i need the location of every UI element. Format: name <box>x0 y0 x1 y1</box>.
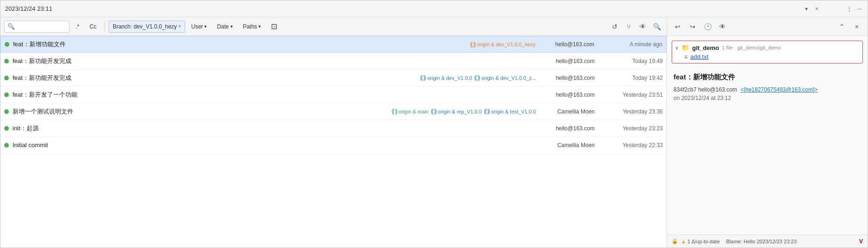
tree-toggle[interactable]: ∨ <box>675 45 679 51</box>
user-filter-label: User <box>191 23 203 30</box>
right-toolbar-left: ↩ ↪ 🕐 👁 <box>672 21 729 33</box>
ref-tag: ⟪⟫ origin & dev_V1.0.0_hezy <box>470 41 535 48</box>
folder-name: git_demo <box>692 44 719 51</box>
ref-tag: ⟪⟫ origin & rep_V1.0.0 <box>431 108 482 115</box>
status-badge: ▲ 1 Δ/up-to-date <box>681 239 720 244</box>
commit-author: hello@163.com <box>542 92 602 98</box>
ref-tag: ⟪⟫ origin & test_V1.0.0 <box>484 108 536 115</box>
date-filter-btn[interactable]: Date ▾ <box>213 21 236 33</box>
commit-detail-title: feat：新增功能文件 <box>674 73 861 82</box>
lock-icon: 🔒 <box>672 238 678 244</box>
redo-btn[interactable]: ↪ <box>687 21 699 33</box>
commit-row[interactable]: feat：新开发了一个功能 hello@163.com Yesterday 23… <box>0 86 667 103</box>
branch-tag[interactable]: Branch: dev_V1.0.0_hezy × <box>109 21 185 33</box>
ref-label: origin & dev_V1.0.0_hezy <box>477 42 535 47</box>
titlebar-chevron[interactable]: ▾ <box>803 6 810 12</box>
author-email-detail: hello@163.com <box>698 86 737 93</box>
ref-label: origin & main <box>399 109 429 114</box>
expand-btn[interactable]: ⌃ <box>836 21 848 33</box>
titlebar-more[interactable]: ⋮ <box>846 6 853 12</box>
commit-date: Yesterday 23:23 <box>602 125 663 132</box>
commit-row[interactable]: 新增一个测试说明文件 ⟪⟫ origin & main ⟪⟫ origin & … <box>0 103 667 120</box>
commit-list: feat：新增功能文件 ⟪⟫ origin & dev_V1.0.0_hezy … <box>0 36 667 248</box>
commit-message: 新增一个测试说明文件 <box>13 107 391 116</box>
commit-author: hello@163.com <box>542 58 602 64</box>
branch-icon[interactable]: ⑂ <box>623 21 635 33</box>
close-right-btn[interactable]: × <box>851 21 863 33</box>
date-filter-label: Date <box>217 23 229 30</box>
ref-icon: ⟪⟫ <box>431 108 437 115</box>
left-panel: 🔍 .* Cc Branch: dev_V1.0.0_hezy × User ▾… <box>0 17 667 248</box>
history-btn[interactable]: 🕐 <box>701 21 714 33</box>
file-name[interactable]: add.txt <box>690 53 708 60</box>
right-panel: ↩ ↪ 🕐 👁 ⌃ × ∨ 📁 git_demo 1 file git_dem <box>667 17 868 248</box>
ref-tag: ⟪⟫ origin & dev_V1.0.0_z... <box>474 74 536 81</box>
delta-label: 1 Δ/up-to-date <box>687 239 720 244</box>
file-item[interactable]: ≡ add.txt <box>675 53 860 60</box>
commit-row[interactable]: init：起源 hello@163.com Yesterday 23:23 <box>0 120 667 137</box>
commit-message: Initial commit <box>13 142 536 149</box>
statusbar: 🔒 ▲ 1 Δ/up-to-date Blame: Hello 2023/12/… <box>667 234 868 248</box>
commit-author: Camellia Moen <box>542 142 602 149</box>
branch-tag-label: Branch: dev_V1.0.0_hezy <box>113 23 177 30</box>
commit-row[interactable]: feat：新功能开发完成 hello@163.com Today 19:49 <box>0 53 667 70</box>
commit-date: Yesterday 23:36 <box>602 108 663 115</box>
preview-btn[interactable]: 👁 <box>716 21 729 33</box>
main-window: 2023/12/24 23:11 ▾ × ⋮ ─ 🔍 .* Cc Branch <box>0 0 868 248</box>
ref-label: origin & test_V1.0.0 <box>491 109 536 114</box>
undo-btn[interactable]: ↩ <box>672 21 684 33</box>
commit-message: feat：新功能开发完成 <box>13 57 536 65</box>
user-filter-btn[interactable]: User ▾ <box>187 21 211 33</box>
commit-author: Camellia Moen <box>542 108 602 115</box>
statusbar-left: 🔒 ▲ 1 Δ/up-to-date Blame: Hello 2023/12/… <box>672 238 797 244</box>
commit-date: Today 19:49 <box>602 58 663 64</box>
statusbar-right: V <box>859 238 863 245</box>
ref-tag: ⟪⟫ origin & main <box>391 108 429 115</box>
search-input[interactable] <box>16 23 62 30</box>
titlebar-title: 2023/12/24 23:11 <box>5 5 803 12</box>
ref-label: origin & dev_V1.0.0 <box>427 75 472 81</box>
search-commits-icon[interactable]: 🔍 <box>651 21 663 33</box>
ref-icon: ⟪⟫ <box>484 108 490 115</box>
blame-label: Blame: Hello 2023/12/23 23:23 <box>726 239 797 244</box>
folder-icon: 📁 <box>681 44 689 51</box>
search-box[interactable]: 🔍 <box>4 21 69 33</box>
commit-date: Yesterday 22:33 <box>602 142 663 149</box>
paths-filter-btn[interactable]: Paths ▾ <box>239 21 265 33</box>
commit-row[interactable]: feat：新功能开发完成 ⟪⟫ origin & dev_V1.0.0 ⟪⟫ o… <box>0 70 667 86</box>
ref-icon: ⟪⟫ <box>470 41 476 48</box>
commit-dot <box>4 126 9 131</box>
titlebar-minimize[interactable]: ─ <box>856 6 863 12</box>
refresh-icon[interactable]: ↺ <box>609 21 621 33</box>
regex-btn[interactable]: .* <box>71 21 83 33</box>
right-toolbar-right: ⌃ × <box>836 21 863 33</box>
csdn-logo: V <box>859 238 863 245</box>
commit-row[interactable]: feat：新增功能文件 ⟪⟫ origin & dev_V1.0.0_hezy … <box>0 36 667 53</box>
user-chevron-icon: ▾ <box>204 24 207 29</box>
case-btn[interactable]: Cc <box>85 21 101 33</box>
eye-icon-left[interactable]: 👁 <box>637 21 649 33</box>
file-count: 1 file <box>722 45 733 50</box>
commit-dot <box>4 143 9 148</box>
commit-dot <box>4 109 9 114</box>
commit-detail-hash: 834f2cb7 hello@163.com <[he18270675493@1… <box>674 86 861 93</box>
commit-author: hello@163.com <box>542 75 602 81</box>
sep1 <box>104 22 105 31</box>
commit-refs: ⟪⟫ origin & dev_V1.0.0 ⟪⟫ origin & dev_V… <box>420 74 536 81</box>
hash-value: 834f2cb7 <box>674 86 696 93</box>
ref-icon: ⟪⟫ <box>391 108 398 115</box>
main-area: 🔍 .* Cc Branch: dev_V1.0.0_hezy × User ▾… <box>0 17 868 248</box>
commit-dot <box>4 59 9 64</box>
ref-tag: ⟪⟫ origin & dev_V1.0.0 <box>420 74 472 81</box>
new-tab-btn[interactable]: ⊡ <box>267 21 281 33</box>
paths-chevron-icon: ▾ <box>258 24 261 29</box>
right-toolbar: ↩ ↪ 🕐 👁 ⌃ × <box>667 17 868 36</box>
ref-label: origin & dev_V1.0.0_z... <box>481 75 536 81</box>
author-email-link[interactable]: <[he18270675493@163.com]> <box>741 86 818 93</box>
search-icon: 🔍 <box>7 23 15 30</box>
ref-label: origin & rep_V1.0.0 <box>438 109 482 114</box>
branch-tag-close[interactable]: × <box>178 24 181 29</box>
commit-author: hello@163.com <box>541 41 602 48</box>
titlebar-close[interactable]: × <box>813 6 820 12</box>
commit-row[interactable]: Initial commit Camellia Moen Yesterday 2… <box>0 137 667 154</box>
